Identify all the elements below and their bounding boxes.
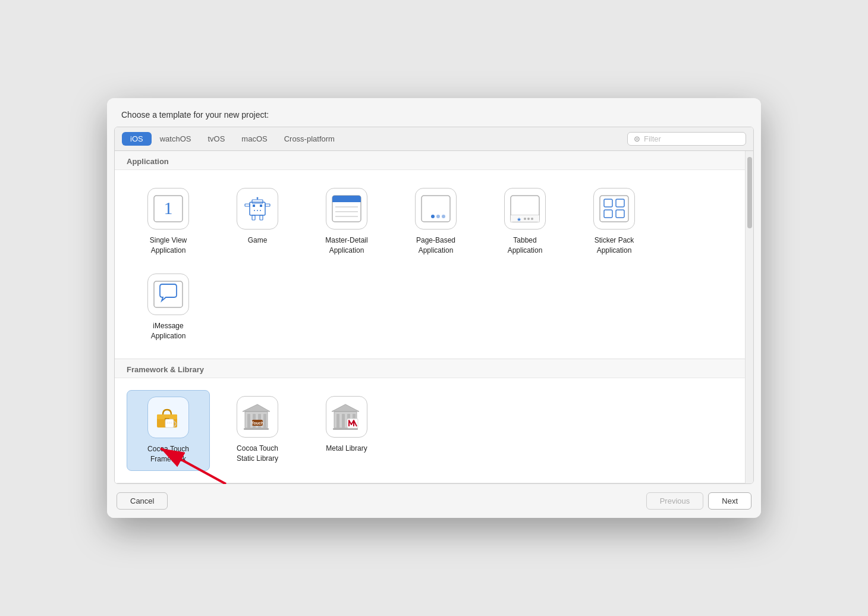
previous-button: Previous xyxy=(646,492,704,510)
tab-crossplatform[interactable]: Cross-platform xyxy=(276,132,343,146)
svg-point-30 xyxy=(527,218,530,220)
imessage-icon xyxy=(147,274,189,315)
metal-library-icon xyxy=(326,396,367,438)
content-area: Application 1 Single ViewApplication xyxy=(115,151,753,483)
metal-library-label: Metal Library xyxy=(326,444,367,454)
svg-rect-33 xyxy=(604,199,612,207)
scrollbar-thumb[interactable] xyxy=(747,157,752,228)
svg-rect-57 xyxy=(342,414,345,428)
new-project-dialog: Choose a template for your new project: … xyxy=(107,98,761,518)
game-svg xyxy=(241,194,273,224)
svg-rect-36 xyxy=(616,210,624,218)
cocoa-touch-framework-svg xyxy=(151,401,185,434)
tab-macos[interactable]: macOS xyxy=(233,132,275,146)
master-detail-svg xyxy=(331,194,363,224)
game-label: Game xyxy=(248,235,268,246)
metal-library-svg xyxy=(329,401,364,433)
svg-marker-46 xyxy=(243,404,270,411)
svg-rect-13 xyxy=(252,215,255,220)
svg-rect-21 xyxy=(422,196,450,222)
template-game[interactable]: Game xyxy=(216,182,299,262)
cocoa-touch-static-icon: Touch xyxy=(237,396,278,438)
template-master-detail[interactable]: Master-DetailApplication xyxy=(305,182,388,262)
svg-rect-35 xyxy=(604,210,612,218)
svg-rect-17 xyxy=(332,200,361,202)
dialog-footer: Cancel Previous Next xyxy=(107,484,761,518)
section-framework-content: Cocoa TouchFramework xyxy=(115,378,745,483)
template-single-view[interactable]: 1 Single ViewApplication xyxy=(127,182,210,262)
template-tabbed[interactable]: ★ TabbedApplication xyxy=(483,182,567,262)
svg-rect-2 xyxy=(250,202,265,215)
filter-area[interactable]: ⊜ Filter xyxy=(627,132,746,146)
svg-point-10 xyxy=(260,210,261,211)
svg-rect-3 xyxy=(252,200,263,203)
svg-text:★: ★ xyxy=(517,216,521,222)
page-based-svg xyxy=(420,194,452,224)
single-view-icon: 1 xyxy=(147,188,189,230)
tab-tvos[interactable]: tvOS xyxy=(199,132,233,146)
template-cocoa-touch-static[interactable]: Touch Cocoa TouchStatic Library xyxy=(216,390,299,471)
cocoa-touch-static-svg: Touch xyxy=(240,401,275,433)
svg-rect-60 xyxy=(333,428,358,430)
master-detail-label: Master-DetailApplication xyxy=(325,235,367,256)
svg-rect-6 xyxy=(253,205,255,207)
svg-point-5 xyxy=(257,197,259,199)
svg-point-24 xyxy=(442,215,445,218)
template-metal-library[interactable]: Metal Library xyxy=(305,390,388,471)
svg-rect-14 xyxy=(260,215,263,220)
tabbed-label: TabbedApplication xyxy=(508,235,543,256)
template-page-based[interactable]: Page-BasedApplication xyxy=(394,182,477,262)
svg-point-22 xyxy=(431,215,435,218)
imessage-label: iMessageApplication xyxy=(151,321,186,341)
footer-right: Previous Next xyxy=(646,492,751,510)
cocoa-touch-framework-label: Cocoa TouchFramework xyxy=(147,444,189,464)
svg-point-23 xyxy=(436,215,440,218)
sticker-pack-svg xyxy=(598,194,630,224)
svg-point-29 xyxy=(524,218,526,220)
page-based-icon xyxy=(415,188,457,230)
template-imessage[interactable]: iMessageApplication xyxy=(127,268,210,347)
svg-point-31 xyxy=(531,218,533,220)
svg-text:1: 1 xyxy=(164,198,173,218)
single-view-label: Single ViewApplication xyxy=(150,235,187,256)
tab-watchos[interactable]: watchOS xyxy=(152,132,200,146)
svg-rect-56 xyxy=(336,414,339,428)
svg-text:Touch: Touch xyxy=(251,421,263,425)
svg-rect-7 xyxy=(260,205,262,207)
footer-left: Cancel xyxy=(117,492,168,510)
tab-ios[interactable]: iOS xyxy=(122,132,152,146)
svg-point-8 xyxy=(254,210,255,211)
template-cocoa-touch-framework[interactable]: Cocoa TouchFramework xyxy=(127,390,210,471)
tabbed-svg: ★ xyxy=(509,194,541,224)
svg-point-9 xyxy=(257,210,258,211)
filter-icon: ⊜ xyxy=(634,134,640,143)
section-application-content: 1 Single ViewApplication xyxy=(115,170,745,359)
cocoa-touch-static-label: Cocoa TouchStatic Library xyxy=(237,444,278,464)
sticker-pack-icon xyxy=(593,188,635,230)
page-based-label: Page-BasedApplication xyxy=(416,235,455,256)
template-sticker-pack[interactable]: Sticker PackApplication xyxy=(573,182,656,262)
dialog-wrapper: Choose a template for your new project: … xyxy=(107,98,761,518)
master-detail-icon xyxy=(326,188,367,230)
scrollbar-track[interactable] xyxy=(745,151,753,483)
dialog-header: Choose a template for your new project: xyxy=(107,98,761,127)
svg-marker-55 xyxy=(332,404,359,411)
single-view-svg: 1 xyxy=(152,194,184,224)
svg-rect-11 xyxy=(245,204,250,206)
dialog-body: iOS watchOS tvOS macOS Cross-platform ⊜ … xyxy=(114,127,754,484)
svg-rect-51 xyxy=(244,428,269,430)
dialog-title: Choose a template for your new project: xyxy=(121,110,269,120)
template-list: Application 1 Single ViewApplication xyxy=(115,151,745,483)
svg-rect-50 xyxy=(263,414,266,428)
sticker-pack-label: Sticker PackApplication xyxy=(595,235,634,256)
next-button[interactable]: Next xyxy=(708,492,751,510)
cancel-button[interactable]: Cancel xyxy=(117,492,168,510)
cocoa-touch-framework-icon xyxy=(147,397,189,438)
section-application-header: Application xyxy=(115,151,745,170)
svg-rect-37 xyxy=(154,281,183,307)
section-framework-header: Framework & Library xyxy=(115,359,745,378)
tabs-bar: iOS watchOS tvOS macOS Cross-platform ⊜ … xyxy=(115,127,753,151)
imessage-svg xyxy=(152,279,184,309)
filter-placeholder: Filter xyxy=(644,134,661,143)
game-icon xyxy=(237,188,278,230)
